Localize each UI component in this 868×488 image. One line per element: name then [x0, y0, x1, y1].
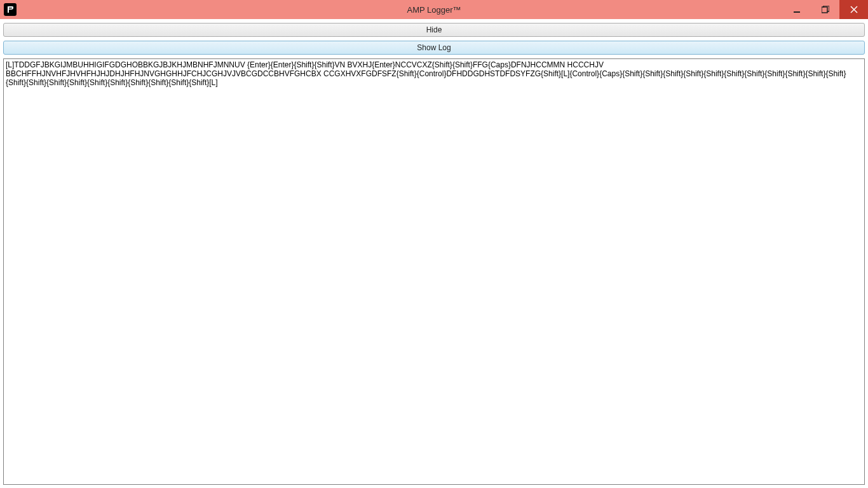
- app-icon: [4, 3, 17, 16]
- window-controls: [782, 0, 868, 19]
- minimize-button[interactable]: [782, 0, 811, 19]
- log-output[interactable]: [L]TDDGFJBKGIJMBUHHIGIFGDGHOBBKGJBJKHJMB…: [3, 58, 865, 485]
- maximize-button[interactable]: [811, 0, 839, 19]
- minimize-icon: [793, 6, 801, 13]
- toolbar: Hide Show Log: [0, 19, 868, 56]
- show-log-button[interactable]: Show Log: [3, 41, 865, 55]
- svg-rect-3: [822, 8, 827, 12]
- maximize-icon: [822, 6, 829, 13]
- window-title: AMP Logger™: [407, 5, 461, 15]
- titlebar: AMP Logger™: [0, 0, 868, 19]
- svg-rect-0: [794, 11, 800, 13]
- hide-button[interactable]: Hide: [3, 23, 865, 37]
- close-icon: [850, 6, 858, 13]
- close-button[interactable]: [839, 0, 868, 19]
